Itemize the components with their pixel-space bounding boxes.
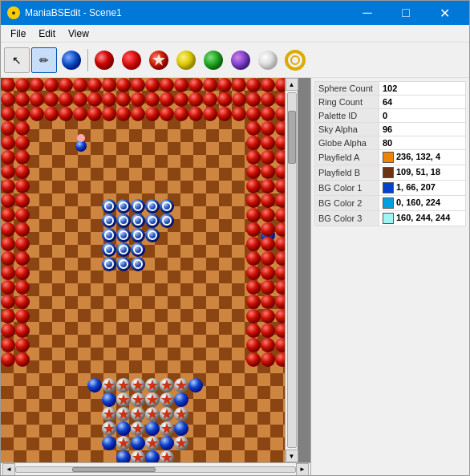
prop-value-9[interactable]: 160, 244, 244 (379, 211, 466, 226)
tool-ball-white[interactable] (255, 47, 281, 73)
svg-point-100 (116, 214, 131, 228)
tool-ball-purple[interactable] (228, 47, 253, 73)
svg-point-77 (15, 121, 30, 136)
minimize-button[interactable]: ─ (349, 1, 386, 25)
main-window: ● ManiaBSEdit - Scene1 ─ □ ✕ File Edit V… (0, 0, 470, 476)
svg-point-145 (15, 193, 30, 208)
scrollbar-h-track[interactable] (15, 466, 296, 473)
maximize-button[interactable]: □ (387, 1, 424, 25)
svg-point-33 (246, 78, 261, 92)
svg-point-23 (102, 78, 116, 92)
prop-row-6: Playfield B109, 51, 18 (315, 165, 466, 181)
svg-point-181 (246, 295, 261, 309)
svg-point-149 (1, 208, 15, 222)
color-swatch-6 (383, 167, 394, 178)
svg-point-76 (1, 121, 15, 136)
prop-value-4[interactable]: 80 (379, 136, 466, 150)
svg-point-54 (261, 92, 275, 107)
svg-point-71 (217, 107, 232, 121)
scroll-left-button[interactable]: ◄ (2, 463, 15, 476)
svg-point-78 (246, 121, 261, 136)
vertical-scrollbar[interactable]: ▲ ▼ (285, 78, 298, 462)
prop-row-0: Sphere Count102 (315, 82, 466, 96)
prop-value-2[interactable]: 0 (379, 109, 466, 123)
svg-point-155 (15, 222, 30, 237)
svg-point-154 (1, 222, 15, 237)
tool-ball-blue[interactable] (59, 47, 84, 73)
prop-value-3[interactable]: 96 (379, 123, 466, 136)
menu-view[interactable]: View (62, 26, 95, 41)
svg-point-159 (1, 237, 15, 251)
svg-point-139 (1, 179, 15, 193)
svg-point-164 (1, 251, 15, 266)
svg-point-88 (102, 199, 116, 214)
svg-point-45 (131, 92, 145, 107)
prop-value-0[interactable]: 102 (379, 82, 466, 96)
svg-point-87 (77, 134, 85, 142)
svg-point-202 (261, 352, 275, 367)
svg-point-59 (44, 107, 59, 121)
horizontal-scrollbar[interactable]: ◄ ► (1, 462, 310, 475)
properties-table: Sphere Count102Ring Count64Palette ID0Sk… (314, 81, 466, 226)
pencil-tool[interactable]: ✏ (31, 47, 57, 73)
close-button[interactable]: ✕ (426, 1, 463, 25)
tool-ball-green[interactable] (201, 47, 226, 73)
color-swatch-7 (383, 182, 394, 193)
svg-point-204 (87, 378, 102, 393)
svg-point-104 (145, 214, 160, 228)
svg-point-7 (231, 51, 250, 70)
prop-row-2: Palette ID0 (315, 109, 466, 123)
svg-point-73 (246, 107, 261, 121)
scroll-down-button[interactable]: ▼ (286, 450, 298, 462)
svg-point-79 (261, 121, 275, 136)
svg-point-157 (261, 222, 275, 237)
svg-point-69 (188, 107, 203, 121)
svg-point-26 (145, 78, 160, 92)
svg-point-65 (131, 107, 145, 121)
tool-ball-red2[interactable] (119, 47, 144, 73)
prop-value-6[interactable]: 109, 51, 18 (379, 165, 466, 181)
svg-point-170 (15, 266, 30, 280)
prop-value-7[interactable]: 1, 66, 207 (379, 181, 466, 196)
svg-point-186 (246, 309, 261, 323)
svg-point-58 (30, 107, 44, 121)
svg-point-195 (15, 338, 30, 352)
svg-point-72 (232, 107, 246, 121)
scroll-right-button[interactable]: ► (296, 463, 309, 476)
svg-point-37 (15, 92, 30, 107)
svg-point-36 (1, 92, 15, 107)
svg-point-150 (15, 208, 30, 222)
color-swatch-5 (383, 152, 394, 163)
svg-point-172 (261, 266, 275, 280)
scrollbar-v-thumb[interactable] (288, 111, 296, 164)
select-tool[interactable]: ↖ (4, 47, 30, 73)
svg-point-56 (1, 107, 15, 121)
prop-value-5[interactable]: 236, 132, 4 (379, 150, 466, 165)
prop-label-8: BG Color 2 (315, 196, 379, 211)
svg-point-63 (102, 107, 116, 121)
prop-value-1[interactable]: 64 (379, 96, 466, 109)
svg-point-160 (15, 237, 30, 251)
tool-ball-star-red[interactable] (146, 47, 172, 73)
svg-point-132 (261, 150, 275, 165)
prop-value-8[interactable]: 0, 160, 224 (379, 196, 466, 211)
menu-file[interactable]: File (4, 26, 32, 41)
svg-point-18 (30, 78, 44, 92)
svg-point-180 (15, 295, 30, 309)
scrollbar-v-track[interactable] (287, 92, 297, 448)
tool-ball-ring[interactable] (282, 47, 308, 73)
svg-point-174 (1, 280, 15, 295)
prop-label-6: Playfield B (315, 165, 379, 181)
tool-ball-red1[interactable] (91, 47, 117, 73)
scrollbar-h-thumb[interactable] (72, 467, 156, 472)
prop-label-1: Ring Count (315, 96, 379, 109)
menu-edit[interactable]: Edit (32, 26, 62, 41)
prop-label-0: Sphere Count (315, 82, 379, 96)
tool-ball-yellow[interactable] (173, 47, 199, 73)
svg-point-25 (131, 78, 145, 92)
svg-point-10 (291, 56, 299, 64)
scroll-up-button[interactable]: ▲ (286, 78, 298, 91)
game-scene[interactable] (1, 78, 285, 462)
svg-point-171 (246, 266, 261, 280)
svg-point-6 (204, 51, 223, 70)
